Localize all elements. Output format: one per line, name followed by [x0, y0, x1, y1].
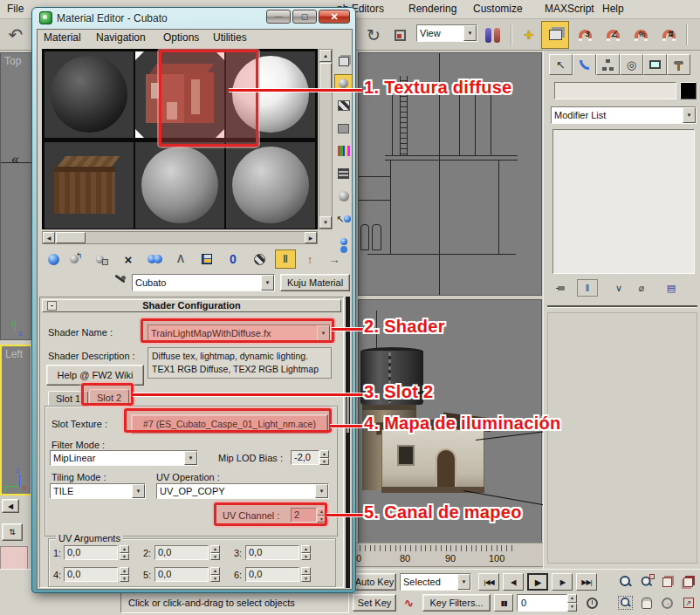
uv-arg-spinner[interactable]: ▲▼	[120, 567, 129, 582]
use-pivot-point-icon[interactable]	[480, 23, 504, 47]
viewport-top[interactable]: Top « y z	[0, 52, 32, 340]
material-name-dropdown[interactable]: Cubato ▼	[132, 274, 275, 291]
go-to-parent-icon[interactable]: ↑	[299, 249, 320, 269]
chevron-down-icon[interactable]: ▼	[184, 451, 197, 465]
make-unique-icon[interactable]: ∨	[608, 279, 629, 297]
uv-arg-spinner[interactable]: ▲▼	[301, 545, 311, 560]
scroll-down-icon[interactable]: ▼	[319, 216, 332, 229]
uv-arg-field[interactable]: 0,0	[64, 545, 118, 560]
frame-spinner[interactable]: ▲▼	[567, 594, 577, 612]
uv-arg-field[interactable]: 0,0	[64, 567, 118, 582]
reference-coordinate-system-dropdown[interactable]: View ▼	[416, 24, 477, 42]
material-options-icon[interactable]	[334, 188, 353, 205]
key-mode-toggle-icon[interactable]: ▮▮	[494, 594, 513, 612]
selection-set-dropdown[interactable]: Selected ▼	[400, 573, 471, 591]
undo-icon[interactable]: ↶	[3, 23, 28, 47]
put-to-library-icon[interactable]	[196, 249, 217, 269]
scroll-thumb[interactable]	[319, 63, 332, 89]
reset-map-icon[interactable]: ×	[118, 249, 139, 269]
tab-modify[interactable]	[573, 54, 596, 75]
spinner-snap-icon[interactable]: ⇅	[656, 23, 681, 47]
remove-modifier-icon[interactable]: ⌀	[631, 279, 652, 297]
timeline-trackbar[interactable]: 0 80 90 100	[356, 543, 543, 569]
assign-material-to-selection-icon[interactable]	[92, 249, 113, 269]
uv-arg-field[interactable]: 0,0	[245, 567, 299, 582]
trackbar-scroll-left-button[interactable]: ◀	[2, 499, 19, 513]
trackbar-mode-icon[interactable]: ⇅	[2, 523, 23, 541]
mip-lod-bias-spinner[interactable]: ▲▼	[319, 450, 329, 465]
rollout-scrollbar[interactable]	[346, 297, 350, 588]
menu-file[interactable]: File	[7, 3, 24, 15]
region-zoom-icon[interactable]	[616, 594, 635, 612]
configure-modifier-sets-icon[interactable]: ▤	[661, 279, 682, 297]
object-color-swatch[interactable]	[680, 82, 697, 99]
material-slot-gray-sphere[interactable]	[135, 142, 224, 229]
play-button[interactable]: ▶	[527, 573, 548, 591]
menu-maxscript[interactable]: MAXScript	[545, 3, 594, 15]
scroll-up-icon[interactable]: ▲	[319, 50, 332, 62]
collapse-icon[interactable]: -	[47, 301, 57, 311]
material-slot-gray-sphere[interactable]	[226, 142, 315, 229]
scroll-thumb[interactable]	[56, 232, 86, 243]
minimize-button[interactable]: —	[266, 10, 291, 24]
snap-3d-icon[interactable]: 3	[573, 23, 597, 47]
object-name-field[interactable]	[554, 82, 676, 99]
uv-arg-field[interactable]: 0,0	[154, 545, 209, 560]
sample-uv-tiling-icon[interactable]	[334, 120, 353, 137]
get-material-icon[interactable]	[43, 249, 64, 269]
filter-mode-dropdown[interactable]: MipLinear ▼	[50, 450, 198, 466]
modifier-stack-list[interactable]	[552, 129, 695, 274]
key-filters-button[interactable]: Key Filters...	[422, 594, 491, 612]
menu-customize[interactable]: Customize	[473, 3, 523, 15]
key-curve-icon[interactable]: ∿	[400, 594, 418, 612]
chevron-down-icon[interactable]: ▼	[463, 25, 477, 41]
uv-arg-field[interactable]: 0,0	[154, 567, 209, 582]
zoom-all-icon[interactable]	[637, 573, 655, 591]
select-and-rotate-icon[interactable]: ↻	[361, 23, 386, 47]
tab-create[interactable]: ↖	[549, 54, 573, 75]
dialog-titlebar[interactable]: Material Editor - Cubato	[39, 11, 168, 24]
show-map-in-viewport-icon[interactable]	[249, 249, 270, 269]
make-material-copy-icon[interactable]	[144, 249, 165, 269]
select-and-manipulate-icon[interactable]: +	[517, 23, 541, 47]
uv-arg-spinner[interactable]: ▲▼	[120, 545, 129, 560]
video-color-check-icon[interactable]	[334, 142, 353, 160]
menu-help[interactable]: Help	[602, 3, 624, 15]
show-end-result-stack-icon[interactable]: ‖	[577, 279, 598, 297]
scroll-left-icon[interactable]: ◀	[43, 232, 55, 243]
me-menu-navigation[interactable]: Navigation	[96, 31, 146, 44]
tab-utilities[interactable]	[667, 54, 690, 75]
pin-stack-icon[interactable]	[551, 279, 572, 297]
pan-hand-icon[interactable]	[637, 594, 655, 612]
chevron-down-icon[interactable]: ▼	[315, 484, 328, 498]
go-forward-to-sibling-icon[interactable]: →	[324, 249, 345, 269]
chevron-down-icon[interactable]: ▼	[132, 484, 145, 498]
sample-type-icon[interactable]	[334, 52, 353, 70]
select-and-scale-icon[interactable]	[388, 23, 412, 47]
material-id-channel-icon[interactable]: 0	[223, 249, 244, 269]
chevron-down-icon[interactable]: ▼	[457, 574, 470, 590]
percent-snap-icon[interactable]: %	[628, 23, 653, 47]
snaps-toggle-button[interactable]	[541, 21, 569, 49]
close-button[interactable]: ✕	[319, 10, 350, 24]
previous-frame-button[interactable]: ◀|	[503, 573, 524, 591]
scroll-right-icon[interactable]: ▶	[305, 232, 317, 243]
material-map-navigator-icon[interactable]	[334, 233, 353, 250]
go-to-end-button[interactable]: ▶▶|	[576, 573, 597, 591]
zoom-extents-icon[interactable]	[658, 573, 676, 591]
show-end-result-icon[interactable]: ‖	[275, 249, 296, 269]
tab-motion[interactable]: ◎	[620, 54, 643, 75]
put-material-to-scene-icon[interactable]: ↰	[65, 249, 86, 269]
pick-material-eyedropper-icon[interactable]	[113, 276, 127, 290]
arc-rotate-icon[interactable]	[658, 594, 676, 612]
zoom-extents-all-icon[interactable]	[679, 573, 697, 591]
time-configuration-icon[interactable]	[583, 594, 601, 612]
background-icon[interactable]	[334, 97, 353, 114]
min-max-toggle-icon[interactable]: ↗	[679, 594, 697, 612]
chevron-down-icon[interactable]: ▼	[683, 107, 696, 123]
me-menu-material[interactable]: Material	[44, 31, 81, 44]
sample-horizontal-scrollbar[interactable]: ◀ ▶	[42, 231, 318, 244]
material-type-button[interactable]: Kuju Material	[280, 274, 350, 291]
me-menu-utilities[interactable]: Utilities	[213, 31, 247, 44]
rollout-header[interactable]: - Shader Configuration	[42, 299, 341, 312]
